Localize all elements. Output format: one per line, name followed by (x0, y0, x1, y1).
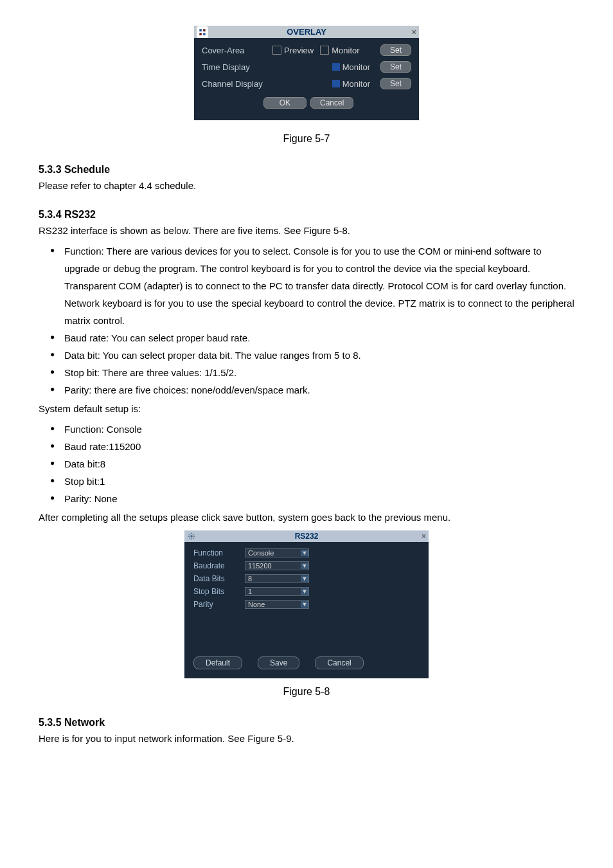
after-defaults-text: After completing all the setups please c… (39, 510, 574, 525)
stopbits-select[interactable]: 1▼ (245, 587, 309, 596)
preview-label: Preview (284, 46, 314, 55)
databits-select[interactable]: 8▼ (245, 574, 309, 583)
section-5-3-3-heading: 5.3.3 Schedule (39, 164, 574, 176)
section-5-3-5-heading: 5.3.5 Network (39, 717, 574, 728)
rs232-features-list: Function: There are various devices for … (39, 242, 574, 399)
list-item: Baud rate:115200 (50, 438, 574, 455)
section-5-3-4-heading: 5.3.4 RS232 (39, 209, 574, 221)
overlay-cancel-button[interactable]: Cancel (310, 97, 353, 109)
stopbits-label: Stop Bits (193, 587, 245, 596)
rs232-dialog: RS232 × Function Console▼ Baudrate 11520… (184, 530, 429, 678)
monitor-checkbox-1[interactable] (320, 46, 329, 55)
overlay-ok-button[interactable]: OK (263, 97, 306, 109)
chevron-down-icon: ▼ (301, 601, 308, 608)
overlay-icon (197, 26, 208, 38)
list-item: Parity: there are five choices: none/odd… (50, 381, 574, 399)
time-display-label: Time Display (202, 62, 272, 72)
close-icon[interactable]: × (411, 27, 416, 37)
list-item: Baud rate: You can select proper baud ra… (50, 329, 574, 347)
close-icon[interactable]: × (422, 532, 426, 541)
channel-monitor-checkbox[interactable] (332, 80, 340, 87)
cancel-button[interactable]: Cancel (315, 656, 363, 669)
monitor-label-3: Monitor (342, 79, 370, 89)
overlay-dialog: OVERLAY × Cover-Area Preview Monitor Set… (194, 26, 419, 120)
parity-label: Parity (193, 600, 245, 609)
chevron-down-icon: ▼ (301, 550, 308, 556)
list-item: Function: There are various devices for … (50, 242, 574, 329)
list-item: Stop bit: There are three values: 1/1.5/… (50, 364, 574, 381)
function-label: Function (193, 548, 245, 557)
figure-5-7-caption: Figure 5-7 (39, 133, 574, 145)
chevron-down-icon: ▼ (301, 575, 308, 582)
save-button[interactable]: Save (258, 656, 299, 669)
monitor-label-2: Monitor (342, 62, 370, 72)
cover-area-set-button[interactable]: Set (380, 44, 411, 56)
function-select[interactable]: Console▼ (245, 548, 309, 557)
time-monitor-checkbox[interactable] (332, 63, 340, 71)
list-item: Stop bit:1 (50, 473, 574, 490)
cover-area-label: Cover-Area (202, 46, 272, 55)
rs232-title-bar: RS232 × (184, 530, 429, 542)
databits-label: Data Bits (193, 574, 245, 583)
channel-display-label: Channel Display (202, 79, 272, 89)
overlay-title: OVERLAY (287, 27, 326, 37)
overlay-title-bar: OVERLAY × (194, 26, 419, 38)
rs232-title: RS232 (295, 532, 319, 541)
chevron-down-icon: ▼ (301, 588, 308, 595)
default-button[interactable]: Default (193, 656, 242, 669)
parity-select[interactable]: None▼ (245, 600, 309, 609)
section-5-3-4-intro: RS232 interface is shown as below. There… (39, 223, 574, 239)
baudrate-select[interactable]: 115200▼ (245, 561, 309, 570)
svg-point-0 (190, 535, 193, 538)
monitor-label-1: Monitor (332, 46, 359, 55)
preview-checkbox[interactable] (272, 46, 281, 55)
chevron-down-icon: ▼ (301, 563, 308, 569)
list-item: Data bit:8 (50, 455, 574, 473)
figure-5-8-caption: Figure 5-8 (39, 686, 574, 698)
time-set-button[interactable]: Set (380, 61, 411, 73)
defaults-intro: System default setup is: (39, 401, 574, 417)
channel-set-button[interactable]: Set (380, 78, 411, 89)
rs232-defaults-list: Function: Console Baud rate:115200 Data … (39, 420, 574, 507)
section-5-3-3-text: Please refer to chapter 4.4 schedule. (39, 178, 574, 194)
section-5-3-5-text: Here is for you to input network informa… (39, 731, 574, 746)
list-item: Parity: None (50, 490, 574, 507)
list-item: Function: Console (50, 420, 574, 438)
baudrate-label: Baudrate (193, 561, 245, 570)
gear-icon (187, 532, 196, 541)
list-item: Data bit: You can select proper data bit… (50, 347, 574, 364)
